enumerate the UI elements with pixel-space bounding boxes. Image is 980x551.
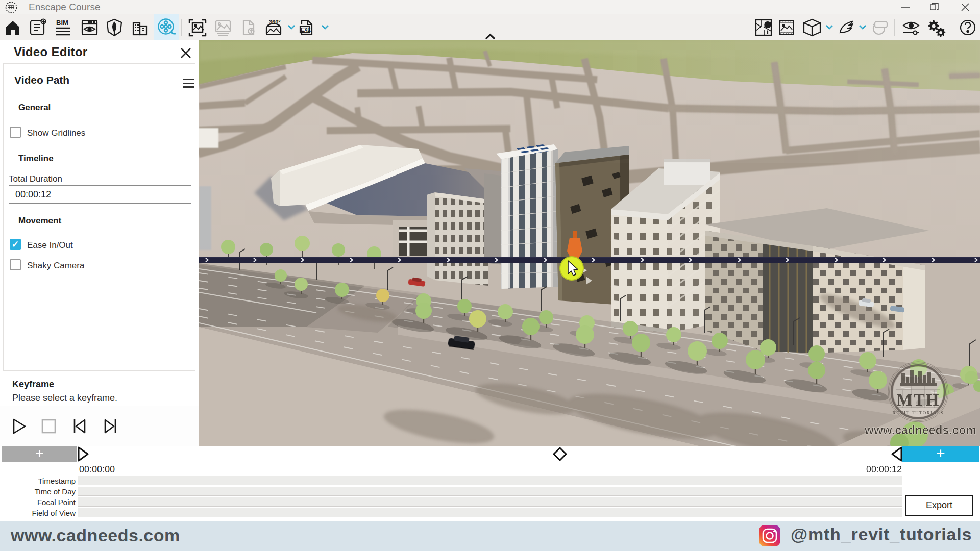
svg-text:BIM: BIM	[56, 19, 68, 27]
svg-text:MTH: MTH	[897, 391, 940, 409]
svg-text:EXE: EXE	[301, 27, 311, 33]
svg-text:www.cadneeds.com: www.cadneeds.com	[864, 423, 976, 437]
svg-text:REVIT TUTORIALS: REVIT TUTORIALS	[893, 410, 944, 415]
svg-text:360°: 360°	[269, 19, 281, 25]
